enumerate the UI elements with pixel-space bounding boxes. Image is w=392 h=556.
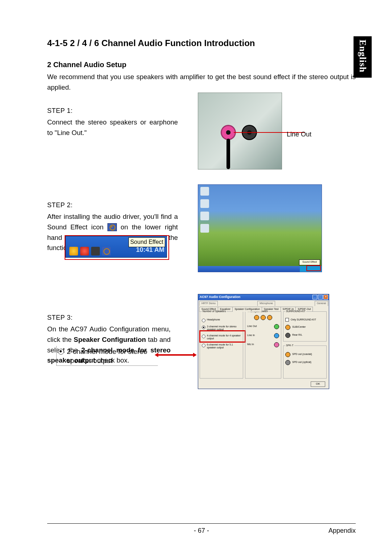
- maximize-button[interactable]: □: [318, 295, 323, 299]
- double-arrow-icon: [158, 354, 194, 356]
- line-out-photo: [198, 93, 282, 169]
- tray-icon: [69, 247, 78, 255]
- highlight-box-icon: [306, 265, 321, 271]
- jack-icon: [274, 333, 279, 338]
- surround-kit-group: SURROUND-KIT Only SURROUND-KIT SUB/Cente…: [283, 310, 327, 342]
- sound-effect-icon: [102, 247, 111, 255]
- step3-bold1: Speaker Configuration: [74, 336, 146, 343]
- radio-4channel[interactable]: 4-channel mode for 4 speaker output: [202, 334, 241, 340]
- line-out-callout: Line Out: [287, 130, 311, 140]
- jack-icon: [274, 324, 279, 329]
- tab-hrtf[interactable]: HRTF Demo: [199, 301, 218, 306]
- jack-icon: [285, 360, 290, 365]
- radio-6channel[interactable]: 6-channel mode for 5.1 speaker output: [202, 343, 241, 349]
- radio-2channel[interactable]: 2-channel mode for stereo speaker output: [202, 325, 241, 331]
- intro-paragraph: We recommend that you use speakers with …: [47, 72, 356, 93]
- dialog-title: AC97 Audio Configuration: [200, 295, 240, 299]
- number-of-speakers-group: Number of Speakers Headphone 2-channel m…: [200, 310, 243, 379]
- jack-icon: [254, 315, 259, 320]
- sound-effect-tray-icon: [107, 223, 117, 231]
- jack-label: Line Out: [247, 324, 257, 328]
- jack-icon: [261, 315, 266, 320]
- jack-icon: [267, 315, 272, 320]
- sk-label: Rear R/L: [292, 333, 302, 337]
- taskbar-zoom: Sound Effect 10:41 AM: [65, 236, 167, 258]
- language-tab: English: [354, 36, 372, 78]
- radio-selected-icon: [58, 349, 64, 355]
- tab-speaker-configuration[interactable]: Speaker Configuration: [232, 307, 262, 312]
- tray-icon: [91, 247, 100, 255]
- ac97-dialog: AC97 Audio Configuration _ □ × HRTF Demo…: [198, 294, 329, 389]
- page-number: - 67 -: [194, 526, 209, 536]
- spk-t-group: SPK-T SPD out (coaxial) SPD out (optical…: [283, 344, 327, 379]
- sub-heading: 2 Channel Audio Setup: [47, 59, 356, 70]
- step1-text: Connect the stereo speakers or earphone …: [47, 117, 178, 138]
- desktop-icon: [200, 212, 209, 220]
- page-footer: - 67 - Appendix: [47, 523, 356, 536]
- jack-label: Mic In: [247, 343, 254, 347]
- tab-general[interactable]: General: [315, 301, 328, 306]
- jack-icon: [285, 352, 290, 357]
- tab-microphone[interactable]: Microphone: [257, 301, 275, 306]
- tray-icon: [80, 247, 89, 255]
- desktop-screenshot: Sound Effect: [198, 184, 322, 272]
- radio-headphone[interactable]: Headphone: [202, 318, 241, 322]
- page-heading: 4-1-5 2 / 4 / 6 Channel Audio Function I…: [47, 36, 356, 50]
- footer-section: Appendix: [328, 526, 356, 536]
- sp-label: SPD out (coaxial): [292, 352, 312, 356]
- only-surround-checkbox[interactable]: Only SURROUND-KIT: [285, 318, 324, 322]
- desktop-icon: [200, 187, 209, 196]
- close-button[interactable]: ×: [323, 295, 328, 299]
- tray-tooltip: Sound Effect: [299, 259, 320, 265]
- dialog-titlebar: AC97 Audio Configuration _ □ ×: [198, 294, 329, 300]
- selected-option-zoom: 2-channel mode for stereo speaker output: [56, 346, 158, 366]
- group-label: Number of Speakers: [202, 310, 226, 314]
- tab-row-back: HRTF Demo Microphone General: [198, 300, 329, 306]
- desktop-icon: [200, 224, 209, 233]
- desktop-icon: [200, 199, 209, 208]
- minimize-button[interactable]: _: [313, 295, 317, 299]
- jack-icon: [274, 342, 279, 347]
- sp-label: SPD out (optical): [292, 360, 311, 364]
- sk-label: SUB/Center: [292, 325, 306, 329]
- phonejack-switch-group: Phonejack Switch Line Out Line In Mic In: [245, 310, 281, 379]
- cable-icon: [226, 139, 230, 169]
- ok-button[interactable]: OK: [311, 381, 325, 387]
- selected-option-label: 2-channel mode for stereo speaker output: [67, 348, 147, 364]
- jack-label: Line In: [247, 334, 255, 338]
- jack-icon: [285, 333, 290, 338]
- group-label: SPK-T: [285, 344, 294, 348]
- jack-icon: [285, 325, 290, 330]
- group-label: SURROUND-KIT: [285, 310, 306, 314]
- taskbar-clock: 10:41 AM: [136, 245, 164, 255]
